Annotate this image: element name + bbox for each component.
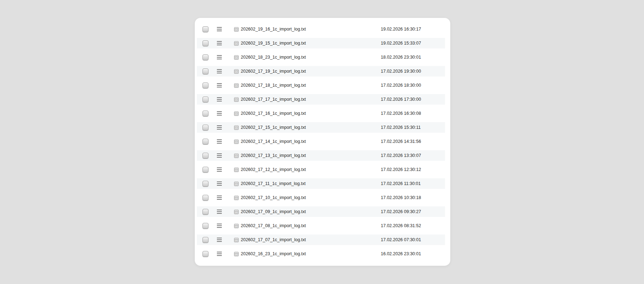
file-row-band: TXT 202602_17_08_1c_import_log.txt 17.02… [197, 220, 445, 231]
hamburger-menu-icon[interactable] [217, 237, 222, 243]
file-name-link[interactable]: 202602_17_07_1c_import_log.txt [241, 238, 306, 242]
svg-text:TXT: TXT [235, 29, 238, 31]
file-name-link[interactable]: 202602_19_16_1c_import_log.txt [241, 27, 306, 32]
file-row: TXT 202602_16_23_1c_import_log.txt 16.02… [197, 247, 445, 261]
file-name-link[interactable]: 202602_16_23_1c_import_log.txt [241, 252, 306, 256]
row-select-checkbox[interactable] [203, 209, 208, 215]
file-row-band: TXT 202602_17_07_1c_import_log.txt 17.02… [197, 235, 445, 245]
hamburger-menu-icon[interactable] [217, 40, 222, 46]
file-row: TXT 202602_19_15_1c_import_log.txt 19.02… [197, 36, 445, 50]
hamburger-menu-icon[interactable] [217, 223, 222, 229]
row-select-checkbox[interactable] [203, 111, 208, 117]
file-row: TXT 202602_17_12_1c_import_log.txt 17.02… [197, 163, 445, 177]
row-select-checkbox[interactable] [203, 223, 208, 229]
svg-text:TXT: TXT [235, 141, 238, 143]
file-row-band: TXT 202602_19_15_1c_import_log.txt 19.02… [197, 38, 445, 48]
file-name-link[interactable]: 202602_18_23_1c_import_log.txt [241, 55, 306, 60]
modified-timestamp: 17.02.2026 17:30:00 [381, 97, 445, 102]
row-select-checkbox[interactable] [203, 237, 208, 243]
file-name-link[interactable]: 202602_17_19_1c_import_log.txt [241, 69, 306, 74]
file-row-band: TXT 202602_17_10_1c_import_log.txt 17.02… [197, 192, 445, 203]
hamburger-menu-icon[interactable] [217, 139, 222, 144]
modified-timestamp: 17.02.2026 12:30:12 [381, 167, 445, 172]
modified-timestamp: 17.02.2026 13:30:07 [381, 153, 445, 158]
hamburger-menu-icon[interactable] [217, 82, 222, 88]
svg-text:TXT: TXT [235, 184, 238, 185]
modified-timestamp: 17.02.2026 07:30:01 [381, 238, 445, 242]
file-name-link[interactable]: 202602_17_17_1c_import_log.txt [241, 97, 306, 102]
file-row: TXT 202602_17_14_1c_import_log.txt 17.02… [197, 134, 445, 148]
file-name-link[interactable]: 202602_17_10_1c_import_log.txt [241, 196, 306, 200]
file-row-band: TXT 202602_17_12_1c_import_log.txt 17.02… [197, 164, 445, 175]
file-row: TXT 202602_17_09_1c_import_log.txt 17.02… [197, 205, 445, 219]
file-row: TXT 202602_17_10_1c_import_log.txt 17.02… [197, 191, 445, 205]
row-select-checkbox[interactable] [203, 195, 208, 201]
hamburger-menu-icon[interactable] [217, 111, 222, 116]
txt-file-icon: TXT [234, 139, 239, 144]
file-row-band: TXT 202602_17_14_1c_import_log.txt 17.02… [197, 136, 445, 147]
svg-text:TXT: TXT [235, 57, 238, 59]
row-select-checkbox[interactable] [203, 181, 208, 187]
svg-text:TXT: TXT [235, 113, 238, 115]
file-name-link[interactable]: 202602_17_16_1c_import_log.txt [241, 111, 306, 116]
file-name-link[interactable]: 202602_19_15_1c_import_log.txt [241, 41, 306, 46]
file-name-link[interactable]: 202602_17_11_1c_import_log.txt [241, 181, 306, 186]
modified-timestamp: 17.02.2026 14:31:56 [381, 139, 445, 144]
modified-timestamp: 17.02.2026 15:30:11 [381, 125, 445, 130]
file-row: TXT 202602_19_16_1c_import_log.txt 19.02… [197, 22, 445, 36]
file-name-link[interactable]: 202602_17_13_1c_import_log.txt [241, 153, 306, 158]
file-row: TXT 202602_17_17_1c_import_log.txt 17.02… [197, 92, 445, 106]
txt-file-icon: TXT [234, 97, 239, 102]
file-name-link[interactable]: 202602_17_12_1c_import_log.txt [241, 167, 306, 172]
row-select-checkbox[interactable] [203, 82, 208, 88]
hamburger-menu-icon[interactable] [217, 97, 222, 102]
row-select-checkbox[interactable] [203, 97, 208, 103]
file-row: TXT 202602_18_23_1c_import_log.txt 18.02… [197, 50, 445, 64]
svg-text:TXT: TXT [235, 254, 238, 255]
file-name-link[interactable]: 202602_17_15_1c_import_log.txt [241, 125, 306, 130]
hamburger-menu-icon[interactable] [217, 181, 222, 186]
row-select-checkbox[interactable] [203, 167, 208, 173]
hamburger-menu-icon[interactable] [217, 68, 222, 74]
row-select-checkbox[interactable] [203, 40, 208, 46]
row-select-checkbox[interactable] [203, 26, 208, 32]
hamburger-menu-icon[interactable] [217, 153, 222, 158]
txt-file-icon: TXT [234, 41, 239, 46]
file-row: TXT 202602_17_13_1c_import_log.txt 17.02… [197, 148, 445, 163]
hamburger-menu-icon[interactable] [217, 26, 222, 32]
file-row-band: TXT 202602_17_19_1c_import_log.txt 17.02… [197, 66, 445, 77]
file-name-link[interactable]: 202602_17_09_1c_import_log.txt [241, 210, 306, 214]
txt-file-icon: TXT [234, 27, 239, 32]
txt-file-icon: TXT [234, 237, 239, 243]
hamburger-menu-icon[interactable] [217, 54, 222, 60]
file-row-band: TXT 202602_17_15_1c_import_log.txt 17.02… [197, 122, 445, 133]
file-row: TXT 202602_17_16_1c_import_log.txt 17.02… [197, 106, 445, 120]
row-select-checkbox[interactable] [203, 153, 208, 159]
file-name-link[interactable]: 202602_17_08_1c_import_log.txt [241, 224, 306, 228]
file-row-band: TXT 202602_17_13_1c_import_log.txt 17.02… [197, 150, 445, 161]
row-select-checkbox[interactable] [203, 125, 208, 131]
row-select-checkbox[interactable] [203, 54, 208, 60]
row-select-checkbox[interactable] [203, 251, 208, 257]
file-name-link[interactable]: 202602_17_18_1c_import_log.txt [241, 83, 306, 88]
hamburger-menu-icon[interactable] [217, 125, 222, 130]
row-select-checkbox[interactable] [203, 68, 208, 74]
modified-timestamp: 17.02.2026 08:31:52 [381, 224, 445, 228]
file-row-band: TXT 202602_17_16_1c_import_log.txt 17.02… [197, 108, 445, 119]
hamburger-menu-icon[interactable] [217, 195, 222, 200]
txt-file-icon: TXT [234, 181, 239, 186]
modified-timestamp: 16.02.2026 23:30:01 [381, 252, 445, 256]
file-row: TXT 202602_17_11_1c_import_log.txt 17.02… [197, 177, 445, 191]
hamburger-menu-icon[interactable] [217, 167, 222, 172]
modified-timestamp: 17.02.2026 10:30:18 [381, 196, 445, 200]
txt-file-icon: TXT [234, 125, 239, 130]
modified-timestamp: 17.02.2026 09:30:27 [381, 210, 445, 214]
modified-timestamp: 17.02.2026 19:30:00 [381, 69, 445, 74]
file-row-band: TXT 202602_16_23_1c_import_log.txt 16.02… [197, 249, 445, 259]
file-row-band: TXT 202602_17_17_1c_import_log.txt 17.02… [197, 94, 445, 105]
row-select-checkbox[interactable] [203, 139, 208, 145]
hamburger-menu-icon[interactable] [217, 251, 222, 257]
hamburger-menu-icon[interactable] [217, 209, 222, 214]
file-name-link[interactable]: 202602_17_14_1c_import_log.txt [241, 139, 306, 144]
txt-file-icon: TXT [234, 209, 239, 214]
